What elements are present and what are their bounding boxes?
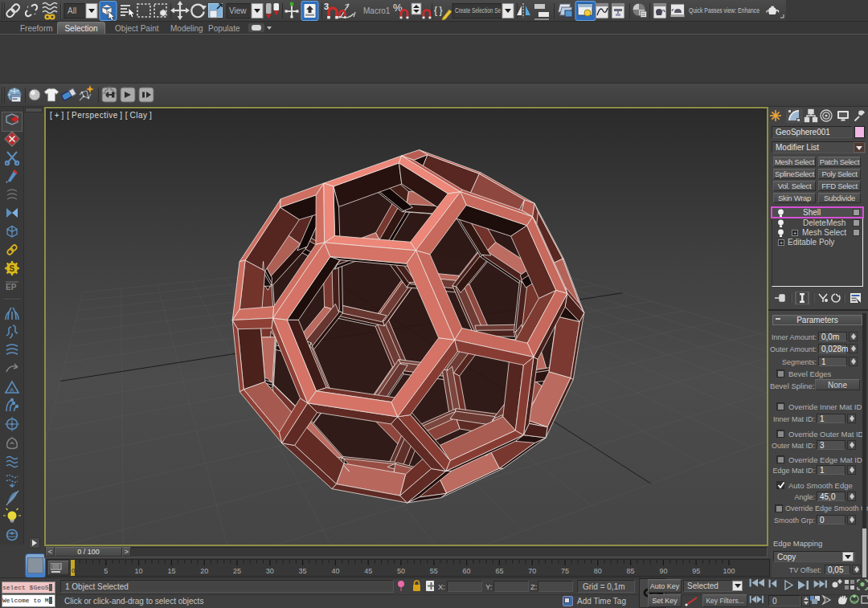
svg-text:20: 20 bbox=[200, 567, 208, 575]
svg-text:50: 50 bbox=[397, 567, 405, 575]
svg-text:90: 90 bbox=[659, 567, 667, 575]
svg-text:55: 55 bbox=[430, 567, 438, 575]
svg-text:5: 5 bbox=[104, 567, 108, 575]
svg-text:60: 60 bbox=[463, 567, 471, 575]
svg-text:15: 15 bbox=[167, 567, 175, 575]
svg-text:Create Selection Se: Create Selection Se bbox=[455, 6, 501, 14]
svg-text:85: 85 bbox=[627, 567, 635, 575]
svg-text:25: 25 bbox=[233, 567, 241, 575]
svg-text:70: 70 bbox=[528, 567, 536, 575]
svg-text:65: 65 bbox=[495, 567, 503, 575]
svg-text:30: 30 bbox=[266, 567, 274, 575]
svg-text:35: 35 bbox=[299, 567, 307, 575]
svg-text:Macro1: Macro1 bbox=[363, 6, 391, 15]
svg-text:{ }: { } bbox=[434, 5, 442, 16]
svg-text:80: 80 bbox=[594, 567, 602, 575]
svg-text:10: 10 bbox=[135, 567, 143, 575]
svg-text:S: S bbox=[10, 264, 15, 273]
svg-text:All: All bbox=[68, 6, 76, 15]
svg-text:95: 95 bbox=[692, 567, 700, 575]
svg-text:View: View bbox=[229, 6, 247, 15]
svg-text:EP: EP bbox=[6, 283, 17, 292]
svg-text:75: 75 bbox=[561, 567, 569, 575]
svg-text:100: 100 bbox=[723, 567, 735, 575]
svg-text:Quick Passes view: Enhance: Quick Passes view: Enhance bbox=[689, 6, 760, 14]
svg-text:A: A bbox=[10, 386, 14, 394]
svg-text:45: 45 bbox=[364, 567, 372, 575]
svg-text:40: 40 bbox=[331, 567, 339, 575]
